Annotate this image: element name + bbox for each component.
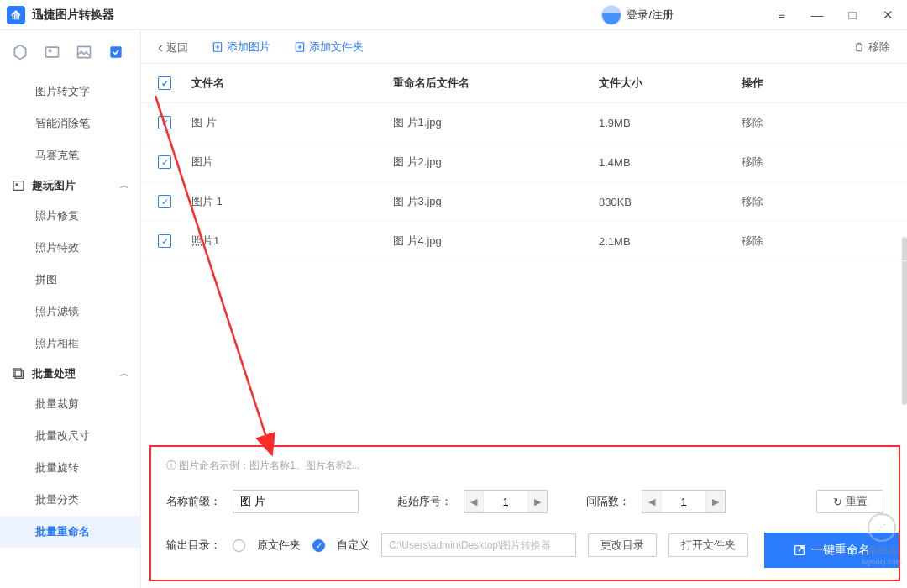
sidebar-item[interactable]: 批量改尺寸	[0, 420, 140, 452]
sidebar-item[interactable]: 照片修复	[0, 200, 140, 232]
gap-input[interactable]	[661, 491, 706, 512]
row-checkbox[interactable]: ✓	[158, 234, 171, 248]
start-label: 起始序号：	[397, 494, 452, 509]
table-row: ✓ 图 片 图 片1.jpg 1.9MB 移除	[141, 103, 907, 143]
add-folder-button[interactable]: 添加文件夹	[294, 39, 364, 55]
col-operation: 操作	[742, 76, 890, 91]
sidebar-item[interactable]: 图片转文字	[0, 76, 140, 108]
sidebar-item[interactable]: 照片滤镜	[0, 296, 140, 328]
hint-text: ⓘ 图片命名示例：图片名称1、图片名称2...	[166, 459, 883, 473]
cell-rename: 图 片2.jpg	[393, 155, 599, 170]
start-number-input[interactable]	[483, 491, 528, 512]
sidebar-item[interactable]: 照片特效	[0, 232, 140, 264]
plus-folder-icon	[294, 41, 306, 53]
sidebar-item[interactable]: 照片相框	[0, 328, 140, 360]
reset-button[interactable]: ↻ 重置	[816, 490, 883, 513]
sidebar-item[interactable]: 批量裁剪	[0, 388, 140, 420]
image-icon[interactable]	[44, 44, 60, 60]
picture-icon	[12, 179, 25, 192]
radio-custom-folder[interactable]	[312, 539, 325, 552]
add-image-button[interactable]: 添加图片	[212, 39, 270, 55]
table-row: ✓ 图片 1 图 片3.jpg 830KB 移除	[141, 182, 907, 222]
sidebar-item[interactable]: 拼图	[0, 264, 140, 296]
close-icon[interactable]: ✕	[880, 8, 895, 23]
cell-rename: 图 片3.jpg	[393, 194, 599, 209]
cell-size: 830KB	[599, 196, 742, 208]
change-dir-button[interactable]: 更改目录	[588, 533, 657, 557]
info-icon: ⓘ	[166, 459, 179, 471]
cell-size: 1.9MB	[599, 117, 742, 129]
sidebar-section-fun[interactable]: 趣玩图片 ︿	[0, 171, 140, 200]
increment-button[interactable]: ▶	[706, 491, 725, 512]
sidebar-section-batch[interactable]: 批量处理 ︿	[0, 360, 140, 388]
row-remove-button[interactable]: 移除	[742, 195, 763, 207]
row-remove-button[interactable]: 移除	[742, 155, 763, 168]
trash-icon	[853, 41, 865, 53]
hex-icon[interactable]	[12, 44, 29, 60]
watermark: ⋰ 路由器 luyouqi.com	[862, 513, 902, 566]
select-all-checkbox[interactable]: ✓	[158, 76, 171, 90]
remove-all-button[interactable]: 移除	[853, 39, 890, 55]
cell-filename: 图片 1	[191, 194, 393, 209]
plus-file-icon	[212, 41, 223, 53]
picture-icon[interactable]	[76, 44, 92, 60]
cell-filename: 照片1	[191, 234, 393, 249]
chevron-up-icon: ︿	[120, 368, 128, 380]
gap-label: 间隔数：	[586, 494, 630, 509]
toolbar: 返回 添加图片 添加文件夹 移除	[141, 30, 907, 64]
increment-button[interactable]: ▶	[528, 491, 547, 512]
back-button[interactable]: 返回	[158, 38, 188, 55]
table-row: ✓ 照片1 图 片4.jpg 2.1MB 移除	[141, 222, 907, 261]
svg-rect-0	[46, 47, 59, 57]
col-rename: 重命名后文件名	[393, 76, 599, 91]
menu-icon[interactable]: ≡	[774, 8, 789, 23]
app-title: 迅捷图片转换器	[32, 8, 114, 23]
titlebar: ⟰ 迅捷图片转换器 登录/注册 ≡ — □ ✕	[0, 0, 907, 30]
decrement-button[interactable]: ◀	[642, 491, 661, 512]
check-icon[interactable]	[107, 44, 124, 60]
decrement-button[interactable]: ◀	[464, 491, 483, 512]
sidebar-item[interactable]: 马赛克笔	[0, 139, 140, 171]
cell-filename: 图 片	[191, 115, 393, 130]
login-button[interactable]: 登录/注册	[601, 5, 674, 25]
row-checkbox[interactable]: ✓	[158, 116, 171, 129]
sidebar-item-batch-rename[interactable]: 批量重命名	[0, 516, 140, 548]
output-path-input[interactable]	[381, 533, 576, 557]
rename-settings-panel: ⓘ 图片命名示例：图片名称1、图片名称2... 名称前缀： 起始序号： ◀ ▶ …	[149, 445, 900, 581]
cell-size: 2.1MB	[599, 235, 742, 248]
row-remove-button[interactable]: 移除	[742, 234, 763, 247]
svg-rect-4	[13, 181, 24, 191]
minimize-icon[interactable]: —	[810, 8, 825, 23]
app-logo: ⟰	[7, 6, 25, 24]
chevron-up-icon: ︿	[120, 180, 128, 192]
stack-icon	[12, 367, 25, 381]
col-size: 文件大小	[599, 76, 742, 91]
sidebar-item[interactable]: 批量分类	[0, 484, 140, 516]
start-number-spinner: ◀ ▶	[464, 490, 548, 513]
open-dir-button[interactable]: 打开文件夹	[668, 533, 748, 557]
avatar-icon	[601, 5, 621, 25]
radio-original-folder[interactable]	[233, 539, 245, 552]
row-checkbox[interactable]: ✓	[158, 195, 171, 208]
cell-rename: 图 片1.jpg	[393, 115, 599, 130]
col-filename: 文件名	[191, 76, 393, 91]
cell-size: 1.4MB	[599, 156, 742, 169]
export-icon	[793, 543, 806, 557]
table-row: ✓ 图片 图 片2.jpg 1.4MB 移除	[141, 143, 907, 182]
sidebar-item[interactable]: 智能消除笔	[0, 108, 140, 139]
radio-original-label: 原文件夹	[257, 538, 301, 553]
refresh-icon: ↻	[833, 496, 842, 508]
login-label: 登录/注册	[627, 8, 674, 23]
cell-rename: 图 片4.jpg	[393, 234, 599, 249]
svg-rect-3	[110, 46, 121, 57]
svg-point-5	[16, 184, 18, 186]
sidebar: 图片转文字 智能消除笔 马赛克笔 趣玩图片 ︿ 照片修复 照片特效 拼图 照片滤…	[0, 30, 141, 588]
cell-filename: 图片	[191, 155, 393, 170]
prefix-input[interactable]	[233, 490, 359, 513]
maximize-icon[interactable]: □	[845, 8, 860, 23]
sidebar-item[interactable]: 批量旋转	[0, 452, 140, 484]
row-checkbox[interactable]: ✓	[158, 155, 171, 169]
radio-custom-label: 自定义	[337, 538, 370, 553]
row-remove-button[interactable]: 移除	[742, 116, 763, 129]
svg-point-1	[49, 50, 51, 52]
